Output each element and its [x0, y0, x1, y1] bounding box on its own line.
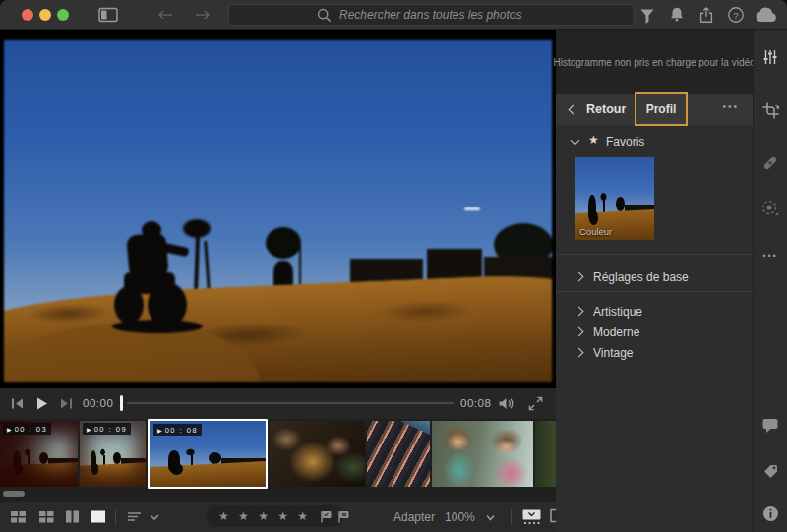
bush-silhouette [266, 227, 301, 259]
detail-view-icon[interactable] [90, 508, 106, 525]
window-minimize-button[interactable] [39, 9, 51, 21]
filmstrip-photo-thumb-dog[interactable] [270, 421, 365, 487]
back-button[interactable]: Retour [586, 102, 626, 116]
play-icon: ▶ [157, 427, 162, 434]
right-tool-strip: ••• [753, 30, 787, 532]
more-options-icon[interactable]: ••• [722, 101, 739, 112]
next-frame-icon[interactable] [59, 396, 74, 411]
filmstrip-toggle-icon[interactable] [521, 508, 542, 525]
zoom-level[interactable]: 100% [445, 510, 475, 524]
star-icon: ★ [588, 133, 599, 147]
play-icon: ▶ [87, 426, 91, 433]
search-icon [317, 8, 332, 23]
timeline-track[interactable] [127, 402, 454, 404]
crop-rotate-icon[interactable] [760, 100, 780, 120]
comments-icon[interactable] [760, 415, 780, 435]
filter-icon[interactable] [637, 5, 657, 25]
chevron-right-icon [575, 348, 584, 358]
healing-brush-icon[interactable] [760, 153, 780, 173]
share-icon[interactable] [696, 5, 716, 25]
histogram-notice: Histogramme non pris en charge pour la v… [553, 57, 755, 68]
star-rating[interactable]: ★ ★ ★ ★ ★ [206, 509, 311, 523]
zoom-fit-label[interactable]: Adapter [394, 510, 435, 524]
chevron-right-icon [575, 327, 584, 337]
player-controls: 00:00 00:08 [0, 388, 556, 419]
top-bar: ? [0, 0, 787, 30]
search-bar[interactable] [228, 4, 635, 26]
toolbar-divider [511, 509, 512, 524]
tab-profil-label: Profil [646, 102, 677, 116]
play-button-icon[interactable] [34, 396, 49, 411]
fullscreen-icon[interactable] [528, 396, 543, 411]
section-artistique[interactable]: Artistique [556, 302, 753, 324]
lens-flare [464, 207, 480, 210]
back-arrow-icon[interactable] [155, 5, 175, 25]
tab-profil[interactable]: Profil [635, 92, 688, 126]
favorites-header[interactable]: ★ Favoris [556, 132, 753, 151]
cloud-sync-icon[interactable] [754, 5, 779, 25]
lightroom-window: ? [0, 0, 787, 532]
section-moderne[interactable]: Moderne [556, 323, 753, 344]
chevron-right-icon [575, 307, 584, 317]
filmstrip-thumb-partial[interactable] [535, 421, 556, 487]
palm-trunk [204, 241, 210, 290]
chevron-down-icon [571, 136, 580, 146]
timeline-playhead[interactable] [120, 395, 123, 411]
video-preview[interactable] [0, 30, 556, 388]
notifications-bell-icon[interactable] [667, 5, 687, 25]
help-icon[interactable]: ? [726, 5, 746, 25]
flag-pick-icon[interactable] [319, 509, 333, 524]
profile-preset-couleur[interactable]: Couleur [575, 157, 654, 240]
compare-view-icon[interactable] [64, 508, 81, 525]
current-time: 00:00 [83, 397, 113, 409]
video-frame [4, 40, 552, 382]
info-icon[interactable] [760, 503, 780, 523]
video-duration-badge: ▶ 00 : 03 [3, 423, 51, 435]
toolbar-divider [115, 509, 116, 524]
mosaic-view-icon[interactable] [10, 508, 27, 525]
window-zoom-button[interactable] [57, 9, 69, 21]
flag-reject-icon[interactable] [336, 509, 351, 524]
forward-arrow-icon[interactable] [193, 5, 212, 25]
dirtbike-rider-silhouette [114, 221, 197, 331]
section-vintage[interactable]: Vintage [556, 343, 753, 365]
previous-frame-icon[interactable] [10, 396, 25, 411]
chevron-right-icon [575, 272, 584, 282]
volume-icon[interactable] [498, 396, 515, 411]
more-tools-icon[interactable]: ••• [760, 246, 780, 266]
video-duration-badge: ▶ 00 : 09 [83, 423, 131, 435]
favorites-label: Favoris [606, 135, 644, 148]
svg-text:?: ? [733, 10, 739, 21]
sort-chevron-down-icon[interactable] [149, 508, 165, 525]
zoom-controls[interactable]: Adapter 100% [394, 510, 496, 524]
profile-preset-label: Couleur [579, 226, 612, 237]
zoom-chevron-down-icon [485, 512, 496, 523]
panel-divider [556, 291, 753, 292]
filmstrip-photo-thumb-girls[interactable] [432, 421, 533, 487]
panel-divider [556, 254, 753, 255]
video-duration-badge: ▶ 00 : 08 [153, 424, 202, 436]
filmstrip: ▶ 00 : 03 ▶ 00 : 09 ▶ 00 : 08 [0, 419, 556, 502]
bottom-toolbar: ★ ★ ★ ★ ★ Adapter 100% [0, 502, 556, 532]
histogram-area: Histogramme non pris en charge pour la v… [556, 30, 753, 94]
filmstrip-scrollbar[interactable] [3, 491, 25, 497]
duration-time: 00:08 [460, 397, 491, 409]
grid-view-icon[interactable] [38, 508, 55, 525]
section-reglages-de-base[interactable]: Réglages de base [556, 267, 753, 289]
sort-icon[interactable] [126, 508, 143, 525]
window-close-button[interactable] [22, 9, 33, 21]
filmstrip-photo-thumb-mountain[interactable] [367, 421, 430, 487]
keywords-tag-icon[interactable] [760, 462, 780, 482]
chevron-left-icon [569, 105, 578, 115]
edit-sliders-icon[interactable] [760, 47, 780, 67]
play-icon: ▶ [7, 426, 12, 433]
rating-controls: ★ ★ ★ ★ ★ [206, 505, 343, 527]
panel-tab-bar: Retour Profil ••• [556, 94, 753, 125]
edit-panel: Histogramme non pris en charge pour la v… [556, 30, 753, 532]
sidebar-toggle-icon[interactable] [98, 5, 118, 25]
pole-silhouette [299, 243, 301, 290]
masking-icon[interactable] [760, 199, 780, 218]
search-input[interactable] [339, 8, 546, 22]
